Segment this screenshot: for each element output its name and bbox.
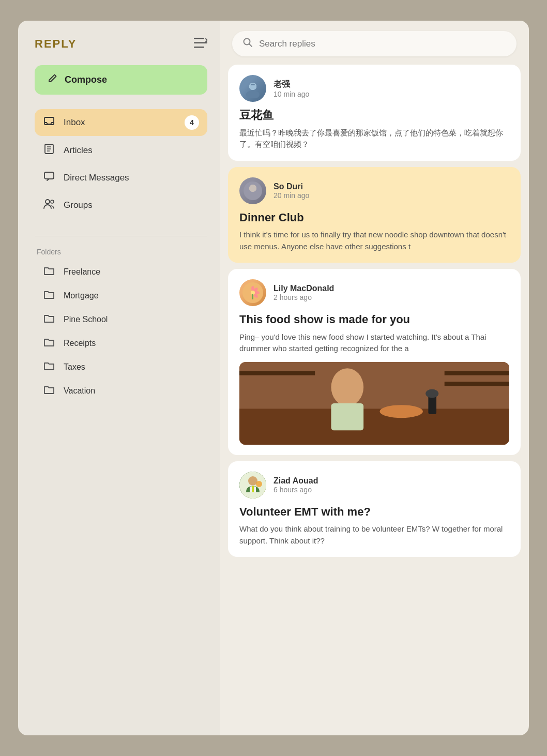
search-icon	[242, 37, 253, 50]
svg-point-11	[244, 39, 250, 45]
sender-name-1: 老强	[274, 79, 309, 90]
folder-item-mortgage[interactable]: Mortgage	[35, 284, 207, 308]
message-header-1: 老强 10 min ago	[239, 75, 509, 102]
sender-name-4: Ziad Aouad	[274, 476, 318, 486]
time-ago-2: 20 min ago	[274, 191, 309, 200]
message-card-2[interactable]: So Duri 20 min ago Dinner Club I think i…	[228, 167, 521, 263]
folders-section: Folders Freelance Mortgage	[35, 248, 207, 403]
svg-point-29	[331, 368, 363, 406]
message-title-1: 豆花鱼	[239, 108, 509, 123]
message-card-3[interactable]: Lily MacDonald 2 hours ago This food sho…	[228, 269, 521, 455]
svg-rect-0	[194, 38, 204, 39]
inbox-icon	[43, 116, 55, 130]
folders-label: Folders	[35, 248, 207, 256]
nav-items: Inbox 4 Articles	[35, 109, 207, 218]
folder-icon	[43, 385, 55, 397]
folder-icon	[43, 313, 55, 326]
folder-label-freelance: Freelance	[64, 267, 100, 277]
svg-point-33	[426, 389, 438, 398]
folder-icon	[43, 266, 55, 278]
messages-list: 老强 10 min ago 豆花鱼 最近忙吗？昨晚我去了你最喜爱的那家饭馆，点了…	[220, 65, 529, 735]
message-preview-2: I think it's time for us to finally try …	[239, 229, 509, 252]
sidebar-header: REPLY	[35, 37, 207, 51]
groups-icon	[43, 198, 55, 212]
svg-rect-26	[252, 294, 253, 299]
message-header-2: So Duri 20 min ago	[239, 177, 509, 204]
time-ago-1: 10 min ago	[274, 90, 309, 98]
sender-name-2: So Duri	[274, 182, 309, 191]
message-preview-4: What do you think about training to be v…	[239, 523, 509, 547]
svg-rect-34	[445, 371, 509, 375]
search-input[interactable]	[259, 39, 506, 49]
folder-label-vacation: Vacation	[64, 386, 95, 396]
sidebar-item-label-dm: Direct Messages	[64, 173, 129, 183]
svg-rect-39	[252, 486, 254, 492]
folder-item-taxes[interactable]: Taxes	[35, 355, 207, 379]
message-title-2: Dinner Club	[239, 210, 509, 225]
folder-icon	[43, 337, 55, 350]
app-logo: REPLY	[35, 37, 77, 51]
sidebar-item-groups[interactable]: Groups	[35, 192, 207, 218]
search-bar	[220, 21, 529, 65]
folder-item-receipts[interactable]: Receipts	[35, 331, 207, 355]
folder-item-pine-school[interactable]: Pine School	[35, 308, 207, 331]
svg-point-40	[256, 481, 262, 487]
chat-icon	[43, 171, 55, 185]
avatar-laolao	[239, 75, 266, 102]
sidebar-item-label-inbox: Inbox	[64, 117, 85, 128]
compose-button[interactable]: Compose	[35, 65, 207, 95]
sidebar-item-inbox[interactable]: Inbox 4	[35, 109, 207, 136]
main-content: 老强 10 min ago 豆花鱼 最近忙吗？昨晚我去了你最喜爱的那家饭馆，点了…	[220, 21, 529, 735]
avatar-ziad	[239, 472, 266, 498]
svg-point-13	[246, 90, 260, 98]
svg-point-10	[51, 200, 54, 203]
sidebar-item-articles[interactable]: Articles	[35, 137, 207, 163]
avatar-lily	[239, 279, 266, 306]
folder-label-taxes: Taxes	[64, 362, 85, 372]
folder-label-pine-school: Pine School	[64, 315, 108, 324]
folder-label-receipts: Receipts	[64, 339, 96, 348]
svg-point-14	[249, 83, 256, 90]
svg-point-9	[45, 200, 50, 204]
svg-rect-15	[251, 84, 255, 85]
time-ago-4: 6 hours ago	[274, 486, 318, 494]
inbox-badge: 4	[185, 115, 199, 130]
sidebar-item-label-groups: Groups	[64, 200, 93, 210]
svg-rect-1	[194, 42, 207, 43]
message-title-4: Volunteer EMT with me?	[239, 505, 509, 520]
svg-rect-30	[331, 403, 363, 430]
message-card-1[interactable]: 老强 10 min ago 豆花鱼 最近忙吗？昨晚我去了你最喜爱的那家饭馆，点了…	[228, 65, 521, 161]
message-header-4: Ziad Aouad 6 hours ago	[239, 472, 509, 498]
svg-rect-3	[44, 117, 54, 125]
sender-info-3: Lily MacDonald 2 hours ago	[274, 284, 334, 301]
pencil-icon	[47, 73, 57, 86]
message-preview-3: Ping– you'd love this new food show I st…	[239, 331, 509, 355]
message-header-3: Lily MacDonald 2 hours ago	[239, 279, 509, 306]
avatar-soduri	[239, 177, 266, 204]
compose-label: Compose	[65, 74, 107, 85]
message-title-3: This food show is made for you	[239, 312, 509, 327]
message-card-4[interactable]: Ziad Aouad 6 hours ago Volunteer EMT wit…	[228, 461, 521, 557]
svg-point-19	[249, 185, 256, 192]
message-preview-1: 最近忙吗？昨晚我去了你最喜爱的那家饭馆，点了他们的特色菜，吃着就想你了。有空咱们…	[239, 127, 509, 150]
message-image-3	[239, 362, 509, 445]
svg-rect-28	[239, 409, 509, 445]
search-input-wrapper	[232, 31, 516, 56]
svg-point-25	[251, 291, 255, 295]
sender-info-1: 老强 10 min ago	[274, 79, 309, 98]
folder-item-vacation[interactable]: Vacation	[35, 379, 207, 403]
nav-divider	[35, 236, 207, 236]
sidebar-item-direct-messages[interactable]: Direct Messages	[35, 164, 207, 191]
svg-rect-36	[239, 371, 315, 375]
folder-icon	[43, 361, 55, 373]
menu-icon[interactable]	[194, 38, 207, 51]
folder-icon	[43, 290, 55, 302]
svg-point-31	[379, 405, 423, 418]
svg-rect-35	[445, 382, 509, 386]
time-ago-3: 2 hours ago	[274, 293, 334, 301]
sender-name-3: Lily MacDonald	[274, 284, 334, 293]
svg-rect-8	[44, 172, 54, 179]
folder-item-freelance[interactable]: Freelance	[35, 260, 207, 284]
sidebar: REPLY Compose	[18, 21, 220, 735]
sidebar-item-label-articles: Articles	[64, 145, 93, 156]
